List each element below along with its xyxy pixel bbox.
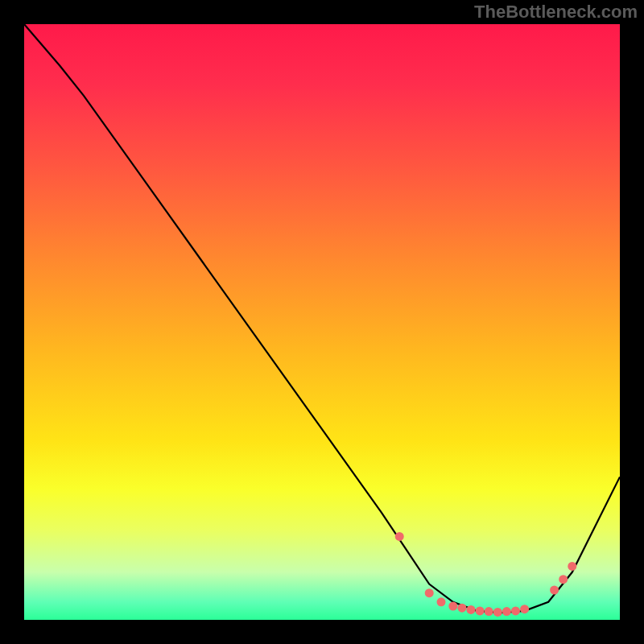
- marker-dot: [520, 605, 529, 613]
- marker-dot: [437, 597, 446, 606]
- marker-dot: [395, 532, 404, 541]
- plot-area: [24, 24, 620, 620]
- marker-dot: [457, 604, 466, 613]
- marker-dot: [467, 605, 476, 614]
- chart-overlay: [24, 24, 620, 620]
- marker-dot: [493, 608, 502, 617]
- marker-dot: [550, 586, 559, 595]
- marker-dot: [559, 575, 568, 584]
- marker-dot: [485, 607, 493, 616]
- marker-dot: [568, 562, 576, 571]
- marker-dot: [448, 602, 457, 611]
- marker-dot: [476, 606, 485, 615]
- curve-line: [24, 24, 620, 613]
- marker-dot: [502, 607, 511, 616]
- watermark-text: TheBottleneck.com: [474, 2, 638, 23]
- marker-dot: [511, 606, 520, 615]
- marker-dot: [425, 588, 434, 597]
